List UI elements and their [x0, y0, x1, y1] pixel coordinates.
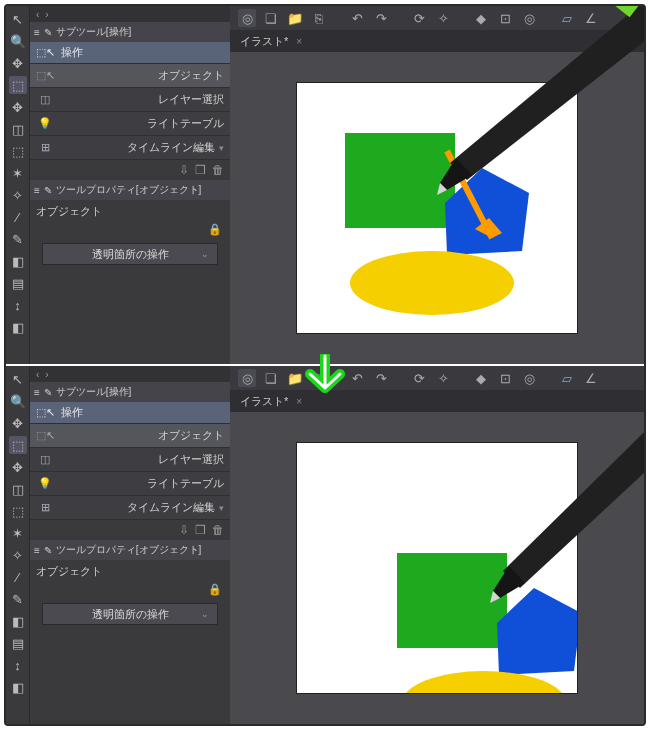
hand-tool-icon[interactable]: ✥	[9, 54, 27, 72]
subtool-header: ≡ ✎ サブツール[操作]	[30, 22, 230, 42]
panel-chrome: ‹ ›	[30, 6, 230, 22]
canvas[interactable]	[297, 443, 577, 693]
subtool-light-table[interactable]: 💡 ライトテーブル	[30, 112, 230, 136]
subtool-timeline-edit[interactable]: ⊞ タイムライン編集 ▾	[30, 496, 230, 520]
swirl2-icon[interactable]: ◎	[520, 369, 538, 387]
app-icon[interactable]: ◎	[238, 9, 256, 27]
menu-icon[interactable]: ≡	[34, 545, 40, 556]
dropper-tool-icon[interactable]: ⁄	[9, 208, 27, 226]
wand-tool-icon[interactable]: ✶	[9, 524, 27, 542]
transparent-area-dropdown[interactable]: 透明箇所の操作 ⌄	[42, 603, 218, 625]
duplicate-icon[interactable]: ❐	[195, 523, 206, 537]
undo-icon[interactable]: ↶	[348, 9, 366, 27]
cursor-icon: ⬚↖	[36, 46, 55, 59]
save-file-icon[interactable]: ⎘	[310, 9, 328, 27]
magnifier-tool-icon[interactable]: 🔍	[9, 32, 27, 50]
menu-icon[interactable]: ≡	[34, 387, 40, 398]
sparkle-icon[interactable]: ✧	[434, 369, 452, 387]
redo-icon[interactable]: ↷	[372, 9, 390, 27]
angle-icon[interactable]: ∠	[582, 9, 600, 27]
new-file-icon[interactable]: ❏	[262, 369, 280, 387]
subtool-group-label: 操作	[61, 405, 83, 420]
subtool-layer-select[interactable]: ◫ レイヤー選択	[30, 88, 230, 112]
transparent-area-dropdown[interactable]: 透明箇所の操作 ⌄	[42, 243, 218, 265]
auto-select-icon[interactable]: ✧	[9, 546, 27, 564]
arrow-tool-icon[interactable]: ↖	[9, 370, 27, 388]
marquee-tool-icon[interactable]: ⬚	[9, 142, 27, 160]
pen-tool-icon[interactable]: ✎	[9, 590, 27, 608]
timeline-icon: ⊞	[36, 499, 54, 517]
diamond-icon[interactable]: ◆	[472, 369, 490, 387]
subtool-group-operation[interactable]: ⬚↖ 操作	[30, 42, 230, 64]
operation-tool-icon[interactable]: ⬚	[9, 436, 27, 454]
subtool-light-table[interactable]: 💡 ライトテーブル	[30, 472, 230, 496]
properties-column: ‹ › ≡ ✎ サブツール[操作] ⬚↖ 操作 ⬚↖ オブジェクト ◫ レイヤー…	[30, 6, 230, 364]
fill-tool-icon[interactable]: ▤	[9, 274, 27, 292]
subtool-layer-select[interactable]: ◫ レイヤー選択	[30, 448, 230, 472]
download-icon[interactable]: ⇩	[179, 163, 189, 177]
lasso-tool-icon[interactable]: ◫	[9, 480, 27, 498]
undo-icon[interactable]: ↶	[348, 369, 366, 387]
close-tab-icon[interactable]: ×	[296, 36, 302, 47]
lock-icon[interactable]: 🔒	[208, 223, 222, 239]
light-table-icon: 💡	[36, 115, 54, 133]
trash-icon[interactable]: 🗑	[212, 523, 224, 537]
swap-tool-icon[interactable]: ↕	[9, 296, 27, 314]
menu-icon[interactable]: ≡	[34, 185, 40, 196]
canvas[interactable]	[297, 83, 577, 333]
move-tool-icon[interactable]: ✥	[9, 458, 27, 476]
eraser-tool-icon[interactable]: ◧	[9, 678, 27, 696]
marquee-tool-icon[interactable]: ⬚	[9, 502, 27, 520]
pen-tool-icon[interactable]: ✎	[9, 230, 27, 248]
collapse-right-icon[interactable]: ›	[45, 369, 48, 380]
auto-select-icon[interactable]: ✧	[9, 186, 27, 204]
yellow-ellipse-shape[interactable]	[402, 671, 566, 693]
wand-tool-icon[interactable]: ✶	[9, 164, 27, 182]
crop-icon[interactable]: ⊡	[496, 9, 514, 27]
open-file-icon[interactable]: 📁	[286, 9, 304, 27]
swap-tool-icon[interactable]: ↕	[9, 656, 27, 674]
subtool-object[interactable]: ⬚↖ オブジェクト	[30, 64, 230, 88]
canvas-tab-label: イラスト*	[240, 34, 288, 49]
sparkle-icon[interactable]: ✧	[434, 9, 452, 27]
collapse-right-icon[interactable]: ›	[45, 9, 48, 20]
collapse-left-icon[interactable]: ‹	[36, 369, 39, 380]
lasso-tool-icon[interactable]: ◫	[9, 120, 27, 138]
lock-icon[interactable]: 🔒	[208, 583, 222, 599]
select-mode-icon[interactable]: ▱	[558, 9, 576, 27]
yellow-ellipse-shape[interactable]	[350, 251, 514, 315]
diamond-icon[interactable]: ◆	[472, 9, 490, 27]
object-icon: ⬚↖	[36, 427, 54, 445]
sync-icon[interactable]: ⟳	[410, 9, 428, 27]
operation-tool-icon[interactable]: ⬚	[9, 76, 27, 94]
fill-tool-icon[interactable]: ▤	[9, 634, 27, 652]
trash-icon[interactable]: 🗑	[212, 163, 224, 177]
gradient-tool-icon[interactable]: ◧	[9, 612, 27, 630]
chevron-down-icon: ⌄	[201, 249, 209, 259]
subtool-header-label: サブツール[操作]	[56, 385, 132, 399]
subtool-object[interactable]: ⬚↖ オブジェクト	[30, 424, 230, 448]
collapse-left-icon[interactable]: ‹	[36, 9, 39, 20]
toolprop-header: ≡ ✎ ツールプロパティ[オブジェクト]	[30, 540, 230, 560]
select-mode-icon[interactable]: ▱	[558, 369, 576, 387]
duplicate-icon[interactable]: ❐	[195, 163, 206, 177]
new-file-icon[interactable]: ❏	[262, 9, 280, 27]
gradient-tool-icon[interactable]: ◧	[9, 252, 27, 270]
arrow-tool-icon[interactable]: ↖	[9, 10, 27, 28]
subtool-timeline-edit[interactable]: ⊞ タイムライン編集 ▾	[30, 136, 230, 160]
crop-icon[interactable]: ⊡	[496, 369, 514, 387]
dropper-tool-icon[interactable]: ⁄	[9, 568, 27, 586]
download-icon[interactable]: ⇩	[179, 523, 189, 537]
menu-icon[interactable]: ≡	[34, 27, 40, 38]
redo-icon[interactable]: ↷	[372, 369, 390, 387]
eraser-tool-icon[interactable]: ◧	[9, 318, 27, 336]
magnifier-tool-icon[interactable]: 🔍	[9, 392, 27, 410]
sync-icon[interactable]: ⟳	[410, 369, 428, 387]
object-icon: ⬚↖	[36, 67, 54, 85]
subtool-group-operation[interactable]: ⬚↖ 操作	[30, 402, 230, 424]
angle-icon[interactable]: ∠	[582, 369, 600, 387]
hand-tool-icon[interactable]: ✥	[9, 414, 27, 432]
swirl2-icon[interactable]: ◎	[520, 9, 538, 27]
move-tool-icon[interactable]: ✥	[9, 98, 27, 116]
app-icon[interactable]: ◎	[238, 369, 256, 387]
